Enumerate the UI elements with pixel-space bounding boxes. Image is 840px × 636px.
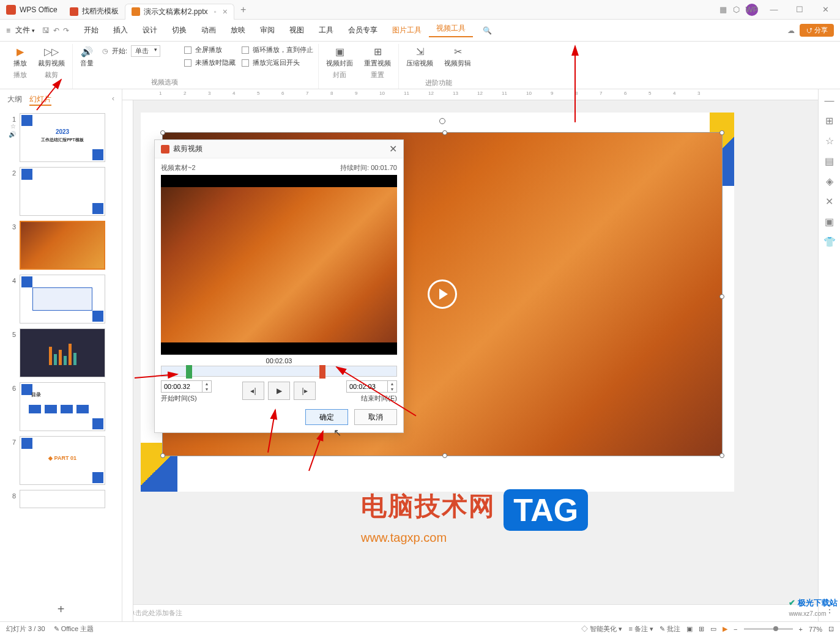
share-button[interactable]: ⮍ 分享 (800, 24, 834, 37)
slide-thumb-5[interactable] (20, 328, 105, 377)
menu-video-tools[interactable]: 视频工具 (429, 23, 473, 37)
resize-handle[interactable] (442, 453, 447, 458)
fit-icon[interactable]: ⊡ (828, 625, 834, 633)
menu-animation[interactable]: 动画 (194, 25, 223, 35)
down-icon[interactable]: ▼ (203, 386, 211, 392)
minus-icon[interactable]: — (825, 95, 834, 106)
menu-insert[interactable]: 插入 (106, 25, 135, 35)
minimize-icon[interactable]: — (764, 5, 784, 14)
rotate-handle[interactable] (439, 118, 445, 124)
collapse-icon[interactable]: ‹ (112, 94, 114, 106)
zoom-in-icon[interactable]: + (799, 626, 803, 633)
close-icon[interactable]: × (223, 7, 228, 17)
rewind-checkbox[interactable]: 播放完返回开头 (242, 58, 313, 67)
trim-start-handle[interactable] (186, 365, 192, 379)
resize-handle[interactable] (160, 453, 165, 458)
save-icon[interactable]: 🖫 (42, 26, 50, 35)
slide-thumb-2[interactable] (20, 167, 105, 216)
person-icon[interactable]: 👕 (823, 236, 836, 248)
start-time-input[interactable]: ▲▼ (161, 380, 212, 393)
hamburger-icon[interactable]: ≡ (6, 26, 10, 35)
fullscreen-checkbox[interactable]: 全屏播放 (184, 45, 236, 54)
up-icon[interactable]: ▲ (388, 381, 396, 386)
star-icon[interactable]: ☆ (825, 135, 834, 147)
reset-video-button[interactable]: ⊞ 重置视频 重置 (362, 44, 393, 89)
step-back-button[interactable]: ◂| (242, 382, 264, 400)
menu-slideshow[interactable]: 放映 (223, 25, 253, 35)
avatar[interactable]: WP (746, 4, 758, 16)
menu-member[interactable]: 会员专享 (341, 25, 385, 35)
down-icon[interactable]: ▼ (388, 386, 396, 392)
dialog-header[interactable]: 裁剪视频 ✕ (155, 140, 403, 158)
view-sorter-icon[interactable]: ⊞ (699, 625, 704, 633)
remarks-button[interactable]: ≡ 备注 ▾ (628, 624, 653, 634)
animation-icon[interactable]: ◈ (826, 176, 833, 187)
cancel-button[interactable]: 取消 (354, 409, 397, 425)
up-icon[interactable]: ▲ (203, 381, 211, 386)
cloud-icon[interactable]: ☁ (787, 26, 795, 35)
menu-image-tools[interactable]: 图片工具 (385, 25, 429, 35)
grid-icon[interactable]: ▦ (719, 5, 727, 14)
notes-area[interactable]: 单击此处添加备注 (122, 604, 818, 621)
beautify-button[interactable]: ◇ 智能美化 ▾ (581, 624, 622, 634)
hide-checkbox[interactable]: 未播放时隐藏 (184, 58, 236, 67)
slide-thumb-4[interactable] (20, 275, 105, 324)
play-button[interactable]: ▶ (268, 382, 290, 400)
tab-document[interactable]: 演示文稿素材2.pptx ▫ × (125, 4, 234, 20)
trim-end-handle[interactable] (319, 365, 325, 379)
compress-video-button[interactable]: ⇲ 压缩视频 (404, 44, 436, 77)
thumbnails[interactable]: 1☆🔊2023工作总结汇报PPT模板 2 3 4 5 6目录 7◆ PART 0… (0, 111, 122, 597)
menu-home[interactable]: 开始 (76, 25, 106, 35)
tab-menu-icon[interactable]: ▫ (214, 7, 217, 16)
template-icon[interactable]: ▤ (825, 155, 834, 167)
outline-tab[interactable]: 大纲 (7, 94, 22, 106)
zoom-out-icon[interactable]: − (734, 626, 737, 633)
slide-thumb-6[interactable]: 目录 (20, 382, 105, 431)
slide-thumb-7[interactable]: ◆ PART 01 (20, 436, 105, 485)
maximize-icon[interactable]: ☐ (790, 5, 809, 14)
resize-handle[interactable] (719, 294, 724, 299)
video-cover-button[interactable]: ▣ 视频封面 封面 (324, 44, 355, 89)
resize-handle[interactable] (719, 453, 724, 458)
zoom-slider[interactable] (744, 628, 793, 630)
cube-icon[interactable]: ⬡ (733, 5, 740, 14)
view-normal-icon[interactable]: ▣ (686, 625, 693, 633)
ok-button[interactable]: 确定 (305, 409, 348, 425)
slide-thumb-3[interactable] (20, 221, 105, 270)
trim-track[interactable] (161, 366, 397, 377)
layout-icon[interactable]: ⊞ (825, 115, 833, 127)
play-button[interactable]: ▶ 播放 播放 (11, 44, 29, 89)
resize-handle[interactable] (719, 130, 724, 135)
menu-design[interactable]: 设计 (135, 25, 165, 35)
menu-view[interactable]: 视图 (282, 25, 311, 35)
close-icon[interactable]: ✕ (389, 143, 397, 155)
slide-thumb-1[interactable]: 2023工作总结汇报PPT模板 (20, 113, 105, 162)
tools-icon[interactable]: ✕ (825, 196, 833, 207)
view-reading-icon[interactable]: ▭ (710, 625, 716, 633)
step-forward-button[interactable]: |▸ (294, 382, 316, 400)
slides-tab[interactable]: 幻灯片 (29, 94, 51, 106)
undo-icon[interactable]: ↶ (53, 26, 59, 35)
zoom-level[interactable]: 77% (809, 626, 822, 633)
theme-label[interactable]: ✎ Office 主题 (54, 624, 94, 634)
annotate-button[interactable]: ✎ 批注 (660, 624, 680, 634)
menu-review[interactable]: 审阅 (253, 25, 282, 35)
redo-icon[interactable]: ↷ (63, 26, 69, 35)
file-menu[interactable]: 文件▾ (15, 25, 35, 35)
box-icon[interactable]: ▣ (825, 216, 834, 227)
trim-video-button[interactable]: ▷▷ 裁剪视频 裁剪 (35, 44, 67, 89)
search-icon[interactable]: 🔍 (483, 26, 492, 35)
start-select[interactable]: 单击 ▾ (131, 45, 160, 57)
loop-checkbox[interactable]: 循环播放，直到停止 (242, 45, 313, 54)
slide-thumb-8[interactable] (20, 490, 105, 508)
resize-handle[interactable] (160, 130, 165, 135)
tab-template[interactable]: 找稻壳模板 (64, 4, 125, 20)
video-play-icon[interactable] (428, 279, 457, 309)
menu-tools[interactable]: 工具 (311, 25, 341, 35)
close-icon[interactable]: ✕ (816, 5, 835, 14)
resize-handle[interactable] (442, 130, 447, 135)
end-time-input[interactable]: ▲▼ (346, 380, 397, 393)
add-slide-button[interactable]: + (0, 597, 122, 621)
view-slideshow-icon[interactable]: ▶ (723, 625, 727, 633)
volume-button[interactable]: 🔊 音量 (78, 44, 96, 69)
